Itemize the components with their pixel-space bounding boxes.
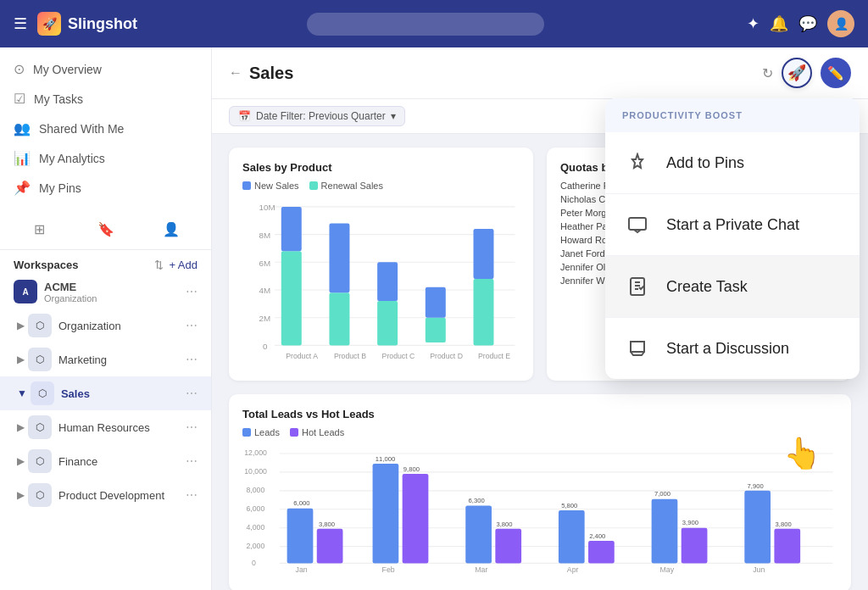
ws-name: Sales [61,387,186,400]
sales-chart-svg: 10M 8M 6M 4M 2M 0 [242,198,520,364]
start-discussion-item[interactable]: Start a Discussion [605,318,860,379]
productivity-boost-popup: PRODUCTIVITY BOOST Add to Pins Start a P… [605,98,860,379]
sidebar-tabs: ⊞ 🔖 👤 [0,209,211,250]
workspace-item-acme[interactable]: A ACME Organization ⋯ [0,275,211,309]
svg-text:May: May [659,566,674,575]
chevron-icon: ▼ [17,387,27,399]
marketing-icon: ⬡ [28,348,52,371]
svg-text:0: 0 [252,559,256,567]
sidebar-item-label: My Analytics [39,152,105,165]
tasks-icon: ☑ [14,91,25,107]
shared-icon: 👥 [14,120,31,136]
ws-more-icon[interactable]: ⋯ [186,420,198,434]
create-task-item[interactable]: Create Task [605,256,860,318]
chevron-icon: ▶ [17,489,25,501]
svg-text:6,000: 6,000 [293,500,309,508]
start-private-chat-item[interactable]: Start a Private Chat [605,194,860,256]
edit-button[interactable]: ✏️ [821,58,851,88]
product-icon: ⬡ [28,483,52,507]
legend-dot [242,428,251,437]
ws-more-icon[interactable]: ⋯ [186,454,198,468]
svg-rect-61 [744,491,771,564]
leads-chart-svg: 12,000 10,000 8,000 6,000 4,000 2,000 0 [242,444,837,575]
chart-legend: Leads Hot Leads [242,427,837,437]
filter-label: Date Filter: Previous Quarter [256,110,386,122]
date-filter-button[interactable]: 📅 Date Filter: Previous Quarter ▾ [229,106,405,126]
svg-text:3,800: 3,800 [319,520,335,528]
svg-text:2,400: 2,400 [589,532,605,540]
legend-dot [290,428,298,437]
svg-rect-54 [588,541,615,563]
svg-rect-16 [377,301,398,345]
legend-hot-leads: Hot Leads [290,427,344,437]
workspace-item-hr[interactable]: ▶ ⬡ Human Resources ⋯ [0,410,211,444]
analytics-icon: 📊 [14,150,31,166]
layout: ⊙ My Overview ☑ My Tasks 👥 Shared With M… [0,47,868,590]
svg-text:4,000: 4,000 [246,523,264,532]
chart-title: Total Leads vs Hot Leads [242,408,837,420]
ws-more-icon[interactable]: ⋯ [186,319,198,332]
sort-icon[interactable]: ⇅ [154,259,164,271]
ws-more-icon[interactable]: ⋯ [186,488,198,502]
tab-people[interactable]: 👤 [142,216,201,242]
productivity-boost-button[interactable]: 🚀 [782,58,812,88]
avatar[interactable]: 👤 [827,10,854,37]
ws-more-icon[interactable]: ⋯ [186,353,198,366]
svg-rect-53 [559,510,585,564]
svg-rect-57 [652,499,678,564]
workspace-item-product-dev[interactable]: ▶ ⬡ Product Development ⋯ [0,478,211,512]
svg-text:Product B: Product B [334,352,366,360]
legend-leads: Leads [242,427,280,437]
svg-text:11,000: 11,000 [376,455,395,463]
workspace-item-marketing[interactable]: ▶ ⬡ Marketing ⋯ [0,342,211,376]
svg-text:8M: 8M [259,231,271,240]
back-button[interactable]: ← [229,65,242,81]
topbar: ☰ 🚀 Slingshot ✦ 🔔 💬 👤 [0,0,868,47]
svg-text:7,000: 7,000 [654,491,670,498]
tab-layers[interactable]: ⊞ [10,216,70,242]
popup-item-label: Create Task [666,278,748,296]
task-icon [622,271,653,302]
popup-item-label: Start a Private Chat [666,216,799,234]
chevron-icon: ▶ [17,455,25,467]
main-content: ← Sales ↻ 🚀 ✏️ 📅 Date Filter: Previous Q… [212,47,868,590]
svg-text:Product C: Product C [382,352,415,360]
svg-text:6,000: 6,000 [246,504,264,513]
ws-name: Human Resources [58,421,186,434]
menu-icon[interactable]: ☰ [14,14,27,33]
add-workspace-button[interactable]: + Add [169,259,198,271]
popup-header: PRODUCTIVITY BOOST [605,98,860,132]
notifications-icon[interactable]: 🔔 [770,14,788,33]
finance-icon: ⬡ [28,449,52,473]
workspace-item-sales[interactable]: ▼ ⬡ Sales ⋯ [0,376,211,410]
svg-text:Jan: Jan [296,566,308,575]
chat-icon [622,209,653,240]
refresh-button[interactable]: ↻ [762,65,773,81]
chat-icon[interactable]: 💬 [798,14,817,33]
workspace-item-organization[interactable]: ▶ ⬡ Organization ⋯ [0,309,211,342]
workspace-item-finance[interactable]: ▶ ⬡ Finance ⋯ [0,444,211,478]
discussion-icon [622,333,653,364]
svg-text:9,800: 9,800 [403,465,420,473]
search-input[interactable] [307,13,544,36]
ws-more-icon[interactable]: ⋯ [186,387,198,400]
tab-bookmark[interactable]: 🔖 [76,216,136,242]
workspaces-actions: ⇅ + Add [154,259,198,271]
sidebar-item-overview[interactable]: ⊙ My Overview [0,54,211,84]
ws-more-icon[interactable]: ⋯ [186,285,198,298]
sidebar-item-analytics[interactable]: 📊 My Analytics [0,143,211,173]
legend-label: Leads [254,427,280,437]
sidebar-item-shared[interactable]: 👥 Shared With Me [0,114,211,143]
svg-text:2,000: 2,000 [246,542,264,550]
legend-renewal-sales: Renewal Sales [309,181,383,191]
chart-legend: New Sales Renewal Sales [242,181,520,191]
ai-icon[interactable]: ✦ [747,14,760,33]
sidebar-item-pins[interactable]: 📌 My Pins [0,173,211,203]
add-to-pins-item[interactable]: Add to Pins [605,132,860,194]
acme-icon: A [14,280,37,303]
sidebar-item-label: Shared With Me [39,122,124,136]
app-name: Slingshot [68,15,137,33]
sidebar-item-tasks[interactable]: ☑ My Tasks [0,84,211,114]
sidebar: ⊙ My Overview ☑ My Tasks 👥 Shared With M… [0,47,212,590]
popup-item-label: Start a Discussion [666,340,789,358]
